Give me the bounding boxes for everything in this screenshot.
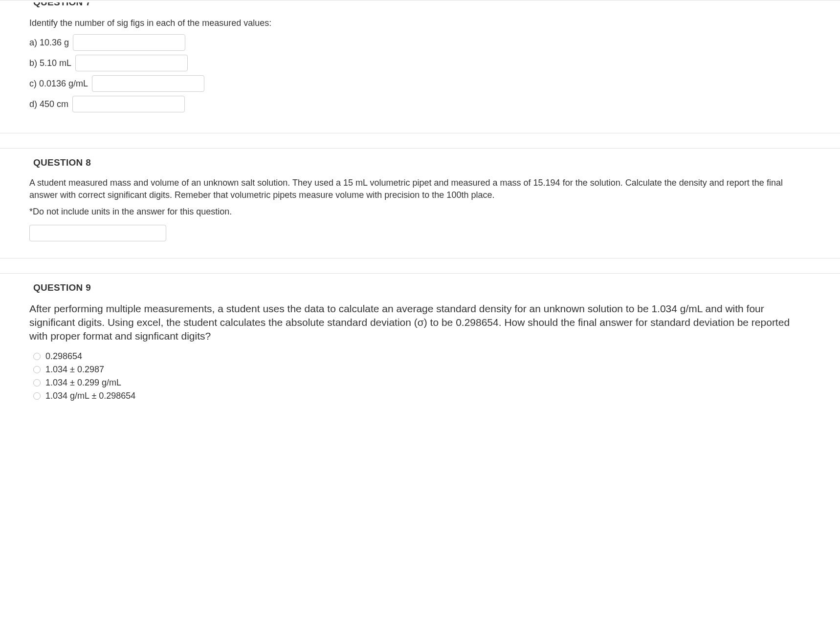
q9-option-0-radio[interactable] bbox=[33, 353, 41, 360]
question-9-prompt: After performing multiple measurements, … bbox=[29, 302, 811, 343]
question-9-inner: QUESTION 9 After performing multiple mea… bbox=[0, 274, 840, 409]
q9-option-3-radio[interactable] bbox=[33, 392, 41, 400]
q9-option-2-label: 1.034 ± 0.299 g/mL bbox=[45, 378, 121, 388]
q7-part-c-label: c) 0.0136 g/mL bbox=[29, 79, 88, 89]
q7-part-a-input[interactable] bbox=[73, 34, 185, 51]
q9-option-2-radio[interactable] bbox=[33, 379, 41, 386]
q7-part-b-input[interactable] bbox=[75, 55, 188, 71]
q7-part-a-label: a) 10.36 g bbox=[29, 38, 69, 48]
question-7-prompt: Identify the number of sig figs in each … bbox=[29, 17, 811, 29]
question-8-prompt: A student measured mass and volume of an… bbox=[29, 177, 811, 201]
question-7-block: QUESTION 7 Identify the number of sig fi… bbox=[0, 0, 840, 148]
q8-answer-input[interactable] bbox=[29, 225, 166, 241]
q9-option-0[interactable]: 0.298654 bbox=[33, 351, 811, 362]
q7-part-b-row: b) 5.10 mL bbox=[29, 55, 811, 71]
q7-part-d-label: d) 450 cm bbox=[29, 99, 68, 109]
question-8-block: QUESTION 8 A student measured mass and v… bbox=[0, 148, 840, 273]
q9-option-1[interactable]: 1.034 ± 0.2987 bbox=[33, 364, 811, 375]
question-8-header: QUESTION 8 bbox=[33, 157, 811, 168]
q7-part-c-input[interactable] bbox=[92, 75, 204, 92]
question-9-header: QUESTION 9 bbox=[33, 282, 811, 293]
question-8-inner: QUESTION 8 A student measured mass and v… bbox=[0, 149, 840, 258]
q9-option-0-label: 0.298654 bbox=[45, 351, 82, 362]
q7-part-a-row: a) 10.36 g bbox=[29, 34, 811, 51]
q7-part-b-label: b) 5.10 mL bbox=[29, 58, 71, 68]
question-7-header: QUESTION 7 bbox=[33, 2, 811, 8]
q9-option-1-radio[interactable] bbox=[33, 366, 41, 373]
q7-part-d-row: d) 450 cm bbox=[29, 96, 811, 112]
q7-part-d-input[interactable] bbox=[72, 96, 185, 112]
q7-part-c-row: c) 0.0136 g/mL bbox=[29, 75, 811, 92]
q9-option-2[interactable]: 1.034 ± 0.299 g/mL bbox=[33, 378, 811, 388]
q9-option-3[interactable]: 1.034 g/mL ± 0.298654 bbox=[33, 391, 811, 401]
page: QUESTION 7 Identify the number of sig fi… bbox=[0, 0, 840, 424]
question-7-inner: QUESTION 7 Identify the number of sig fi… bbox=[0, 0, 840, 133]
question-9-block: QUESTION 9 After performing multiple mea… bbox=[0, 273, 840, 424]
q9-option-1-label: 1.034 ± 0.2987 bbox=[45, 364, 104, 375]
q9-option-3-label: 1.034 g/mL ± 0.298654 bbox=[45, 391, 135, 401]
question-8-note: *Do not include units in the answer for … bbox=[29, 207, 811, 217]
